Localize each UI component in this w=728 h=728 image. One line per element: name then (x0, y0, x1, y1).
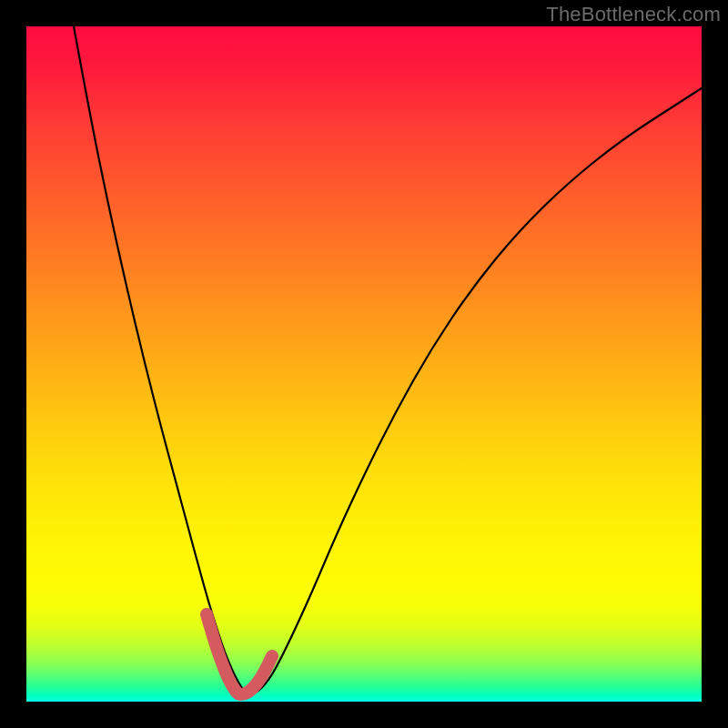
curve-path (74, 26, 702, 694)
watermark-text: TheBottleneck.com (546, 3, 721, 26)
chart-frame: TheBottleneck.com (0, 0, 728, 728)
plot-area (26, 26, 702, 702)
bottleneck-curve (26, 26, 702, 702)
